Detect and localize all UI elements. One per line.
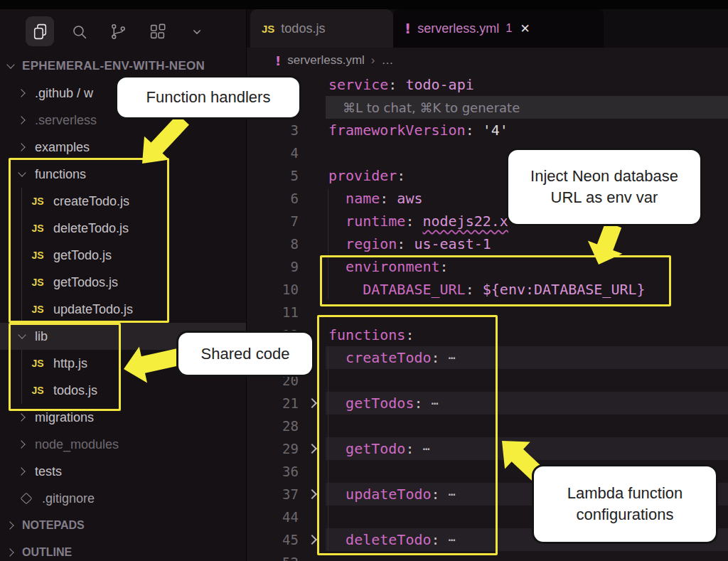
explorer-item[interactable]: tests — [0, 458, 246, 485]
line-number: 5 — [247, 168, 299, 183]
code-token: : — [397, 167, 405, 184]
code-text: region: us-east-1 — [326, 233, 728, 255]
highlight-box-environment — [320, 255, 671, 306]
file-name: examples — [35, 140, 90, 155]
breadcrumb-separator: › — [371, 53, 375, 68]
extensions-icon[interactable] — [143, 16, 171, 46]
line-number: 6 — [247, 191, 299, 206]
file-name: .github / w — [35, 86, 93, 101]
code-token: : — [466, 122, 483, 139]
callout-inject-env: Inject Neon database URL as env var — [506, 148, 702, 226]
tab-serverless-yml[interactable]: ! serverless.yml 1 ✕ — [393, 9, 604, 48]
file-name: .gitignore — [42, 491, 95, 506]
line-number: 10 — [247, 282, 299, 297]
chevron-down-icon[interactable] — [182, 16, 210, 46]
callout-text: Shared code — [201, 343, 290, 365]
yaml-file-icon: ! — [405, 20, 411, 37]
line-number: 3 — [247, 122, 299, 138]
code-token — [328, 190, 346, 207]
tab-label: serverless.yml — [417, 21, 499, 36]
line-number: 36 — [247, 464, 299, 479]
js-file-icon: JS — [262, 23, 274, 35]
yaml-file-icon: ! — [275, 53, 281, 68]
code-token: frameworkVersion — [328, 122, 466, 139]
tree-chevron-icon — [17, 439, 28, 450]
code-token: : — [388, 76, 405, 93]
code-token: : — [405, 213, 422, 230]
line-number: 4 — [247, 145, 299, 161]
line-number: 45 — [247, 532, 299, 547]
explorer-item[interactable]: .gitignore — [0, 485, 246, 512]
line-number: 7 — [247, 213, 299, 229]
breadcrumb-file: serverless.yml — [287, 53, 365, 68]
code-token: aws — [397, 190, 422, 207]
breadcrumb-more[interactable]: … — [382, 53, 394, 68]
code-editor-window: EPHEMERAL-ENV-WITH-NEON .github / w .ser… — [0, 0, 728, 561]
line-number: 29 — [247, 441, 299, 456]
code-token — [328, 235, 346, 252]
code-token: us-east-1 — [414, 235, 491, 252]
code-token: todo-api — [405, 76, 473, 93]
sidebar-section-notepads[interactable]: NOTEPADS — [0, 513, 252, 538]
line-number: 21 — [247, 395, 299, 411]
code-text: ⌘L to chat, ⌘K to generate — [326, 96, 728, 119]
line-number: 9 — [247, 259, 299, 274]
code-line[interactable]: 1 service: todo-api — [247, 73, 728, 96]
highlight-box-lib-folder — [9, 323, 121, 411]
sidebar-section-outline[interactable]: OUTLINE — [0, 540, 252, 561]
tree-chevron-icon — [6, 547, 17, 558]
callout-function-handlers: Function handlers — [115, 75, 301, 119]
explorer-item[interactable]: node_modules — [0, 431, 246, 458]
code-token: service — [328, 76, 388, 93]
code-token: : — [397, 235, 414, 252]
activity-bar — [0, 9, 246, 53]
code-line[interactable]: 3 frameworkVersion: '4' — [247, 119, 728, 141]
tab-label: todos.js — [281, 21, 325, 36]
highlight-box-functions-config — [317, 315, 498, 555]
code-line[interactable]: 8 region: us-east-1 — [247, 233, 728, 255]
window-titlebar — [0, 0, 728, 9]
callout-text: Lambda function configurations — [548, 483, 702, 525]
source-control-icon[interactable] — [104, 16, 132, 46]
callout-text: Function handlers — [146, 87, 271, 108]
code-line[interactable]: 2 ⌘L to chat, ⌘K to generate — [247, 96, 728, 119]
project-root-label: EPHEMERAL-ENV-WITH-NEON — [22, 59, 205, 73]
line-number: 11 — [247, 304, 299, 320]
tab-todos-js[interactable]: JS todos.js — [250, 9, 393, 48]
tree-chevron-icon — [17, 114, 28, 126]
code-token: nodejs22.x — [422, 213, 508, 230]
tree-chevron-icon — [17, 141, 28, 153]
file-name: node_modules — [35, 437, 119, 452]
code-token: provider — [328, 167, 397, 184]
file-name: migrations — [35, 410, 94, 425]
code-token: name — [346, 190, 380, 207]
file-name: tests — [35, 464, 62, 479]
code-text: service: todo-api — [326, 73, 728, 96]
section-label: NOTEPADS — [22, 519, 85, 532]
explorer-icon[interactable] — [26, 16, 54, 46]
code-text: frameworkVersion: '4' — [326, 119, 728, 141]
close-icon[interactable]: ✕ — [520, 21, 530, 36]
code-token: : — [380, 190, 397, 207]
explorer-item[interactable]: examples — [0, 134, 246, 161]
line-number: 44 — [247, 509, 299, 525]
line-number: 8 — [247, 236, 299, 252]
breadcrumb[interactable]: ! serverless.yml › … — [247, 48, 728, 73]
line-number: 52 — [247, 555, 299, 561]
file-name: .serverless — [35, 113, 97, 128]
search-icon[interactable] — [65, 16, 93, 46]
tab-bar: JS todos.js ! serverless.yml 1 ✕ — [247, 9, 728, 48]
code-token — [328, 213, 346, 230]
code-token: '4' — [483, 122, 508, 139]
tree-chevron-icon — [6, 520, 17, 531]
line-number: 28 — [247, 418, 299, 434]
section-label: OUTLINE — [22, 546, 72, 559]
code-token: ⌘L to chat, ⌘K to generate — [343, 100, 520, 115]
file-type-icon — [17, 494, 36, 503]
callout-shared-code: Shared code — [176, 331, 314, 377]
tree-chevron-icon — [17, 466, 28, 477]
callout-lambda-config: Lambda function configurations — [532, 464, 718, 544]
tree-chevron-icon — [17, 412, 28, 423]
code-token: runtime — [346, 213, 405, 230]
tree-chevron-icon — [6, 60, 17, 72]
